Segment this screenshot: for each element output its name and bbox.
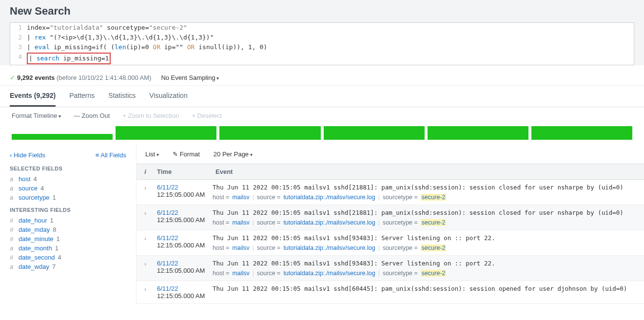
event-date[interactable]: 6/11/22	[157, 184, 213, 191]
event-date[interactable]: 6/11/22	[157, 234, 213, 242]
field-name[interactable]: host	[19, 175, 31, 183]
field-row[interactable]: ahost4	[10, 174, 126, 184]
view-mode-dropdown[interactable]: List	[145, 151, 159, 158]
meta-host-key: host =	[213, 194, 229, 201]
chevron-left-icon: ‹	[10, 151, 14, 159]
search-editor[interactable]: 1index="tutorialdata" sourcetype="secure…	[10, 22, 634, 65]
timeline-bar[interactable]	[219, 126, 320, 140]
event-date[interactable]: 6/11/22	[157, 209, 213, 216]
field-type-icon: #	[10, 217, 16, 224]
field-name[interactable]: date_hour	[19, 217, 47, 224]
tab-visualization[interactable]: Visualization	[149, 86, 187, 107]
field-count: 7	[52, 263, 56, 270]
field-row[interactable]: #date_hour1	[10, 216, 126, 225]
col-event: Event	[213, 164, 644, 179]
events-table-header: i Time Event	[137, 164, 644, 180]
meta-host-value[interactable]: mailsv	[232, 270, 249, 277]
timeline-bar[interactable]	[531, 126, 632, 140]
timeline-bar[interactable]	[324, 126, 425, 140]
format-timeline-dropdown[interactable]: Format Timeline	[12, 112, 61, 119]
field-count: 1	[57, 235, 60, 243]
event-raw[interactable]: Thu Jun 11 2022 00:15:05 mailsv1 sshd[93…	[213, 260, 636, 267]
field-row[interactable]: adate_month1	[10, 244, 126, 253]
expand-row-icon[interactable]: ›	[137, 209, 154, 226]
meta-host-key: host =	[213, 245, 229, 251]
expand-row-icon[interactable]: ›	[137, 184, 154, 201]
meta-host-value[interactable]: mailsv	[232, 245, 249, 251]
field-row[interactable]: adate_wday7	[10, 262, 126, 271]
timeline-bar[interactable]	[12, 134, 113, 140]
per-page-dropdown[interactable]: 20 Per Page	[214, 151, 253, 158]
meta-sourcetype-value[interactable]: secure-2	[421, 219, 447, 226]
meta-source-key: source =	[257, 219, 280, 226]
field-row[interactable]: #date_mday8	[10, 225, 126, 234]
event-time: 12:15:05.000 AM	[157, 267, 213, 274]
event-time: 12:15:05.000 AM	[157, 242, 213, 249]
code-line: | rex "(?<ip>\d{1,3}\.\d{1,3}\.\d{1,3}\.…	[27, 33, 214, 42]
timeline-bar[interactable]	[116, 126, 216, 140]
format-button[interactable]: Format	[173, 151, 200, 158]
event-date[interactable]: 6/11/22	[157, 260, 213, 267]
event-raw[interactable]: Thu Jun 11 2022 00:15:05 mailsv1 sshd[21…	[213, 184, 636, 191]
field-name[interactable]: date_mday	[19, 226, 50, 233]
field-type-icon: a	[10, 175, 16, 183]
field-type-icon: a	[10, 185, 16, 192]
deselect-button: × Deselect	[192, 112, 222, 119]
field-name[interactable]: date_month	[19, 245, 52, 252]
col-time[interactable]: Time	[154, 164, 213, 179]
timeline-chart[interactable]	[0, 124, 644, 145]
interesting-fields-heading: INTERESTING FIELDS	[10, 207, 126, 213]
field-name[interactable]: date_wday	[19, 263, 49, 270]
expand-row-icon[interactable]: ›	[137, 260, 154, 277]
zoom-out-button[interactable]: — Zoom Out	[74, 112, 110, 119]
expand-row-icon[interactable]: ›	[137, 234, 154, 251]
tab-patterns[interactable]: Patterns	[69, 86, 95, 107]
event-raw[interactable]: Thu Jun 11 2022 00:15:05 mailsv1 sshd[93…	[213, 234, 636, 242]
field-name[interactable]: date_second	[19, 254, 55, 261]
event-row: ›6/11/2212:15:05.000 AMThu Jun 11 2022 0…	[137, 205, 644, 230]
field-count: 1	[55, 245, 59, 252]
meta-host-value[interactable]: mailsv	[232, 194, 249, 201]
meta-sourcetype-value[interactable]: secure-2	[421, 270, 447, 277]
tab-statistics[interactable]: Statistics	[108, 86, 136, 107]
event-time: 12:15:05.000 AM	[157, 216, 213, 224]
check-icon: ✓	[10, 74, 15, 81]
meta-sourcetype-key: sourcetype =	[383, 270, 418, 277]
field-name[interactable]: date_minute	[19, 235, 54, 243]
event-raw[interactable]: Thu Jun 11 2022 00:15:05 mailsv1 sshd[21…	[213, 209, 636, 216]
meta-host-value[interactable]: mailsv	[232, 219, 249, 226]
field-count: 1	[53, 194, 56, 201]
meta-sourcetype-value[interactable]: secure-2	[421, 194, 447, 201]
code-line: | eval ip_missing=if( (len(ip)=0 OR ip="…	[27, 42, 267, 52]
col-info[interactable]: i	[137, 164, 154, 179]
meta-source-value[interactable]: tutorialdata.zip:./mailsv/secure.log	[283, 219, 375, 226]
meta-source-value[interactable]: tutorialdata.zip:./mailsv/secure.log	[283, 270, 375, 277]
meta-sourcetype-key: sourcetype =	[383, 245, 418, 251]
event-date[interactable]: 6/11/22	[157, 285, 213, 292]
meta-sourcetype-value[interactable]: secure-2	[421, 245, 447, 251]
field-row[interactable]: asourcetype1	[10, 193, 126, 202]
meta-source-key: source =	[257, 270, 280, 277]
meta-source-value[interactable]: tutorialdata.zip:./mailsv/secure.log	[283, 245, 375, 251]
tab-events[interactable]: Events (9,292)	[10, 86, 56, 107]
field-type-icon: #	[10, 235, 16, 243]
field-type-icon: a	[10, 263, 16, 270]
field-row[interactable]: #date_minute1	[10, 234, 126, 244]
line-number: 3	[10, 42, 27, 52]
field-name[interactable]: sourcetype	[19, 194, 50, 201]
all-fields-button[interactable]: ≡ All Fields	[96, 151, 126, 159]
event-raw[interactable]: Thu Jun 11 2022 00:15:05 mailsv1 sshd[60…	[213, 285, 636, 292]
meta-source-key: source =	[257, 245, 280, 251]
field-count: 4	[34, 175, 37, 183]
expand-row-icon[interactable]: ›	[137, 285, 154, 300]
timeline-bar[interactable]	[428, 126, 528, 140]
meta-source-value[interactable]: tutorialdata.zip:./mailsv/secure.log	[283, 194, 375, 201]
hide-fields-button[interactable]: ‹ Hide Fields	[10, 151, 45, 159]
field-row[interactable]: #date_second4	[10, 253, 126, 262]
field-name[interactable]: source	[19, 185, 38, 192]
code-line: index="tutorialdata" sourcetype="secure-…	[27, 23, 187, 33]
result-count: ✓9,292 events (before 10/10/22 1:41:48.0…	[10, 74, 151, 81]
field-row[interactable]: asource4	[10, 184, 126, 193]
event-sampling-dropdown[interactable]: No Event Sampling	[161, 74, 219, 81]
event-time: 12:15:05.000 AM	[157, 191, 213, 198]
